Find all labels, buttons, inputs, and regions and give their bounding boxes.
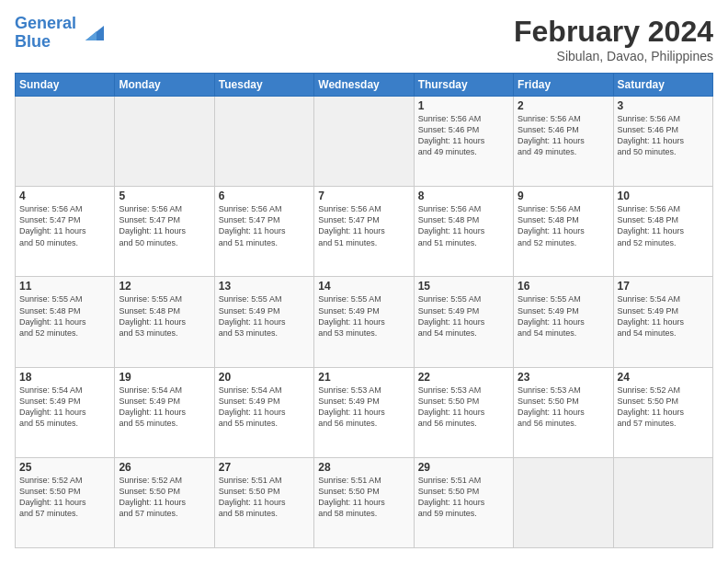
- day-info: Sunrise: 5:55 AM Sunset: 5:49 PM Dayligh…: [318, 293, 409, 339]
- day-info: Sunrise: 5:54 AM Sunset: 5:49 PM Dayligh…: [119, 385, 210, 430]
- calendar-week-row: 4Sunrise: 5:56 AM Sunset: 5:47 PM Daylig…: [16, 187, 713, 277]
- day-info: Sunrise: 5:55 AM Sunset: 5:48 PM Dayligh…: [119, 293, 210, 339]
- calendar-cell: 14Sunrise: 5:55 AM Sunset: 5:49 PM Dayli…: [314, 277, 414, 367]
- calendar-cell: 15Sunrise: 5:55 AM Sunset: 5:49 PM Dayli…: [414, 277, 513, 367]
- day-info: Sunrise: 5:56 AM Sunset: 5:46 PM Dayligh…: [518, 113, 609, 158]
- day-number: 25: [19, 461, 110, 474]
- day-number: 2: [518, 99, 609, 112]
- day-number: 13: [219, 280, 310, 293]
- calendar-header-tuesday: Tuesday: [214, 74, 313, 97]
- svg-marker-1: [85, 31, 97, 40]
- calendar-header-monday: Monday: [115, 74, 214, 97]
- day-info: Sunrise: 5:51 AM Sunset: 5:50 PM Dayligh…: [318, 475, 409, 520]
- calendar-cell: 16Sunrise: 5:55 AM Sunset: 5:49 PM Dayli…: [514, 277, 613, 367]
- calendar-cell: 9Sunrise: 5:56 AM Sunset: 5:48 PM Daylig…: [514, 187, 613, 277]
- calendar-cell: 17Sunrise: 5:54 AM Sunset: 5:49 PM Dayli…: [613, 277, 712, 367]
- calendar-cell: [16, 97, 115, 187]
- calendar-week-row: 1Sunrise: 5:56 AM Sunset: 5:46 PM Daylig…: [16, 97, 713, 187]
- day-info: Sunrise: 5:53 AM Sunset: 5:50 PM Dayligh…: [418, 385, 509, 430]
- calendar-cell: 18Sunrise: 5:54 AM Sunset: 5:49 PM Dayli…: [16, 367, 115, 457]
- calendar-cell: 10Sunrise: 5:56 AM Sunset: 5:48 PM Dayli…: [613, 187, 712, 277]
- calendar-cell: 12Sunrise: 5:55 AM Sunset: 5:48 PM Dayli…: [115, 277, 214, 367]
- logo-line1: General: [15, 14, 76, 32]
- day-number: 5: [119, 190, 210, 202]
- day-number: 16: [518, 280, 609, 293]
- day-info: Sunrise: 5:55 AM Sunset: 5:49 PM Dayligh…: [518, 293, 609, 339]
- day-info: Sunrise: 5:56 AM Sunset: 5:47 PM Dayligh…: [219, 203, 310, 248]
- day-info: Sunrise: 5:56 AM Sunset: 5:47 PM Dayligh…: [19, 203, 110, 248]
- calendar-cell: 5Sunrise: 5:56 AM Sunset: 5:47 PM Daylig…: [115, 187, 214, 277]
- calendar-cell: 24Sunrise: 5:52 AM Sunset: 5:50 PM Dayli…: [613, 367, 712, 457]
- day-number: 4: [19, 190, 110, 202]
- calendar-header-sunday: Sunday: [16, 74, 115, 97]
- calendar-cell: 27Sunrise: 5:51 AM Sunset: 5:50 PM Dayli…: [214, 457, 313, 547]
- day-number: 3: [618, 99, 709, 112]
- day-info: Sunrise: 5:56 AM Sunset: 5:48 PM Dayligh…: [618, 203, 709, 248]
- calendar-cell: 3Sunrise: 5:56 AM Sunset: 5:46 PM Daylig…: [613, 97, 712, 187]
- calendar-week-row: 18Sunrise: 5:54 AM Sunset: 5:49 PM Dayli…: [16, 367, 713, 457]
- calendar-cell: 29Sunrise: 5:51 AM Sunset: 5:50 PM Dayli…: [414, 457, 513, 547]
- day-number: 22: [418, 371, 509, 384]
- calendar-cell: [115, 97, 214, 187]
- day-info: Sunrise: 5:56 AM Sunset: 5:46 PM Dayligh…: [618, 113, 709, 158]
- day-number: 9: [518, 190, 609, 202]
- calendar-cell: 7Sunrise: 5:56 AM Sunset: 5:47 PM Daylig…: [314, 187, 414, 277]
- calendar-cell: [314, 97, 414, 187]
- day-info: Sunrise: 5:52 AM Sunset: 5:50 PM Dayligh…: [119, 475, 210, 520]
- day-number: 23: [518, 371, 609, 384]
- day-info: Sunrise: 5:53 AM Sunset: 5:49 PM Dayligh…: [318, 385, 409, 430]
- day-info: Sunrise: 5:56 AM Sunset: 5:47 PM Dayligh…: [318, 203, 409, 248]
- calendar-cell: 4Sunrise: 5:56 AM Sunset: 5:47 PM Daylig…: [16, 187, 115, 277]
- calendar-week-row: 11Sunrise: 5:55 AM Sunset: 5:48 PM Dayli…: [16, 277, 713, 367]
- location: Sibulan, Davao, Philippines: [514, 49, 713, 63]
- day-number: 15: [418, 280, 509, 293]
- calendar-header-wednesday: Wednesday: [314, 74, 414, 97]
- day-number: 1: [418, 99, 509, 112]
- day-info: Sunrise: 5:56 AM Sunset: 5:47 PM Dayligh…: [119, 203, 210, 248]
- calendar-cell: [514, 457, 613, 547]
- calendar-cell: [214, 97, 313, 187]
- calendar-cell: [613, 457, 712, 547]
- calendar-cell: 2Sunrise: 5:56 AM Sunset: 5:46 PM Daylig…: [514, 97, 613, 187]
- day-number: 18: [19, 371, 110, 384]
- day-info: Sunrise: 5:52 AM Sunset: 5:50 PM Dayligh…: [618, 385, 709, 430]
- day-info: Sunrise: 5:56 AM Sunset: 5:46 PM Dayligh…: [418, 113, 509, 158]
- day-number: 8: [418, 190, 509, 202]
- calendar-cell: 26Sunrise: 5:52 AM Sunset: 5:50 PM Dayli…: [115, 457, 214, 547]
- calendar-cell: 22Sunrise: 5:53 AM Sunset: 5:50 PM Dayli…: [414, 367, 513, 457]
- day-info: Sunrise: 5:55 AM Sunset: 5:49 PM Dayligh…: [418, 293, 509, 339]
- day-number: 7: [318, 190, 409, 202]
- calendar-cell: 20Sunrise: 5:54 AM Sunset: 5:49 PM Dayli…: [214, 367, 313, 457]
- day-info: Sunrise: 5:51 AM Sunset: 5:50 PM Dayligh…: [418, 475, 509, 520]
- calendar-header-thursday: Thursday: [414, 74, 513, 97]
- calendar-cell: 28Sunrise: 5:51 AM Sunset: 5:50 PM Dayli…: [314, 457, 414, 547]
- calendar-cell: 8Sunrise: 5:56 AM Sunset: 5:48 PM Daylig…: [414, 187, 513, 277]
- calendar-header-friday: Friday: [514, 74, 613, 97]
- calendar-cell: 25Sunrise: 5:52 AM Sunset: 5:50 PM Dayli…: [16, 457, 115, 547]
- day-info: Sunrise: 5:54 AM Sunset: 5:49 PM Dayligh…: [219, 385, 310, 430]
- day-number: 6: [219, 190, 310, 202]
- day-info: Sunrise: 5:51 AM Sunset: 5:50 PM Dayligh…: [219, 475, 310, 520]
- day-number: 26: [119, 461, 210, 474]
- calendar-cell: 11Sunrise: 5:55 AM Sunset: 5:48 PM Dayli…: [16, 277, 115, 367]
- calendar-week-row: 25Sunrise: 5:52 AM Sunset: 5:50 PM Dayli…: [16, 457, 713, 547]
- logo-line2: Blue: [15, 32, 51, 51]
- day-info: Sunrise: 5:56 AM Sunset: 5:48 PM Dayligh…: [418, 203, 509, 248]
- logo-icon: [78, 22, 104, 44]
- day-info: Sunrise: 5:54 AM Sunset: 5:49 PM Dayligh…: [618, 293, 709, 339]
- day-number: 24: [618, 371, 709, 384]
- day-info: Sunrise: 5:56 AM Sunset: 5:48 PM Dayligh…: [518, 203, 609, 248]
- day-info: Sunrise: 5:53 AM Sunset: 5:50 PM Dayligh…: [518, 385, 609, 430]
- day-number: 14: [318, 280, 409, 293]
- month-title: February 2024: [514, 15, 713, 49]
- day-info: Sunrise: 5:55 AM Sunset: 5:48 PM Dayligh…: [19, 293, 110, 339]
- day-number: 28: [318, 461, 409, 474]
- calendar-cell: 21Sunrise: 5:53 AM Sunset: 5:49 PM Dayli…: [314, 367, 414, 457]
- day-number: 20: [219, 371, 310, 384]
- logo-text: General Blue: [15, 15, 76, 52]
- header: General Blue February 2024 Sibulan, Dava…: [15, 15, 713, 63]
- day-info: Sunrise: 5:55 AM Sunset: 5:49 PM Dayligh…: [219, 293, 310, 339]
- day-info: Sunrise: 5:54 AM Sunset: 5:49 PM Dayligh…: [19, 385, 110, 430]
- calendar-table: SundayMondayTuesdayWednesdayThursdayFrid…: [15, 73, 713, 548]
- calendar-cell: 1Sunrise: 5:56 AM Sunset: 5:46 PM Daylig…: [414, 97, 513, 187]
